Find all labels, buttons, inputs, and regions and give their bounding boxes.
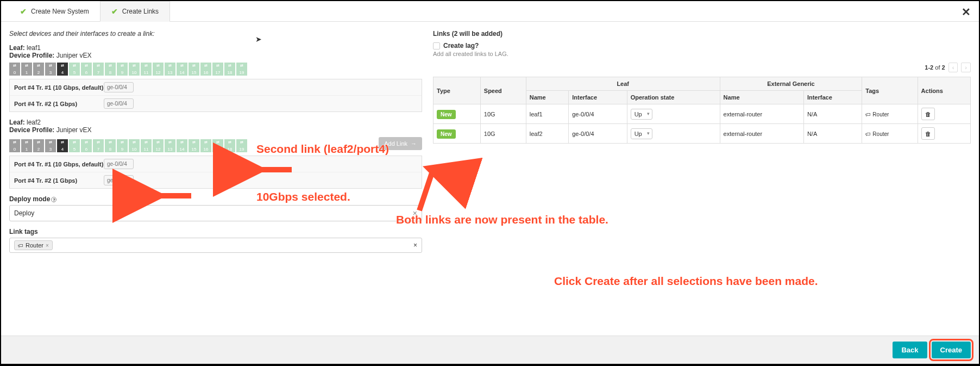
- tab-create-links[interactable]: ✔ Create Links: [100, 1, 170, 22]
- port-7[interactable]: 7: [93, 139, 104, 152]
- port-2[interactable]: 2: [33, 63, 44, 76]
- port-12[interactable]: 12: [153, 139, 164, 152]
- deploy-mode-value: Deploy: [14, 209, 34, 217]
- port-15[interactable]: 15: [189, 139, 199, 152]
- port-4[interactable]: 4: [57, 63, 68, 76]
- port-2[interactable]: 2: [33, 139, 44, 152]
- cell-ext-name: external-router: [720, 104, 803, 124]
- port-11[interactable]: 11: [141, 139, 152, 152]
- port-4[interactable]: 4: [57, 139, 68, 152]
- port-1[interactable]: 1: [21, 139, 32, 152]
- interface-input[interactable]: [104, 82, 134, 92]
- port-5[interactable]: 5: [69, 63, 80, 76]
- port-3[interactable]: 3: [45, 63, 56, 76]
- operation-state-select[interactable]: Up: [631, 128, 652, 139]
- clear-icon[interactable]: ×: [413, 241, 417, 249]
- instruction-text: Select devices and their interfaces to c…: [9, 30, 422, 38]
- link-tags-input[interactable]: 🏷 Router × ×: [9, 238, 422, 253]
- port-9[interactable]: 9: [117, 139, 128, 152]
- port-19[interactable]: 19: [236, 63, 247, 76]
- links-table: Type Speed Leaf External Generic Tags Ac…: [433, 77, 971, 144]
- port-13[interactable]: 13: [165, 139, 175, 152]
- col-ext-name: Name: [720, 91, 803, 104]
- cell-ext-name: external-router: [720, 124, 803, 144]
- port-14[interactable]: 14: [177, 63, 187, 76]
- remove-tag-icon[interactable]: ×: [46, 243, 49, 249]
- interface-input[interactable]: [104, 98, 134, 109]
- back-button[interactable]: Back: [893, 342, 927, 358]
- tab-create-new-system[interactable]: ✔ Create New System: [9, 1, 100, 21]
- leaf-name: leaf2: [27, 119, 41, 126]
- port-10[interactable]: 10: [129, 63, 140, 76]
- port-18[interactable]: 18: [224, 63, 235, 76]
- port-3[interactable]: 3: [45, 139, 56, 152]
- port-11[interactable]: 11: [141, 63, 152, 76]
- cell-leaf-iface: ge-0/0/4: [569, 124, 627, 144]
- wizard-tabs: ✔ Create New System ✔ Create Links: [1, 1, 979, 22]
- interface-input[interactable]: [104, 159, 134, 169]
- port-15[interactable]: 15: [189, 63, 199, 76]
- port-16[interactable]: 16: [200, 63, 211, 76]
- port-9[interactable]: 9: [117, 63, 128, 76]
- cell-leaf-name: leaf1: [526, 104, 568, 124]
- create-lag-label: Create lag?: [443, 42, 479, 49]
- port-tr-label: Port #4 Tr. #2 (1 Gbps): [14, 177, 104, 184]
- port-13[interactable]: 13: [165, 63, 175, 76]
- table-row: New 10G leaf2 ge-0/0/4 Up external-route…: [434, 124, 971, 144]
- port-5[interactable]: 5: [69, 139, 80, 152]
- port-17[interactable]: 17: [212, 139, 223, 152]
- port-12[interactable]: 12: [153, 63, 164, 76]
- prev-page-button[interactable]: ‹: [948, 63, 958, 72]
- col-leaf-name: Name: [526, 91, 568, 104]
- port-19[interactable]: 19: [236, 139, 247, 152]
- col-op-state: Operation state: [627, 91, 720, 104]
- port-0[interactable]: 0: [9, 63, 20, 76]
- port-tr-label: Port #4 Tr. #1 (10 Gbps, default): [14, 161, 104, 168]
- create-lag-checkbox[interactable]: [433, 42, 440, 49]
- profile-value: Juniper vEX: [56, 126, 92, 134]
- new-badge: New: [437, 129, 456, 139]
- port-6[interactable]: 6: [81, 139, 92, 152]
- profile-key: Device Profile:: [9, 52, 54, 59]
- port-1[interactable]: 1: [21, 63, 32, 76]
- check-icon: ✔: [111, 7, 118, 16]
- cell-ext-iface: N/A: [803, 104, 862, 124]
- port-17[interactable]: 17: [212, 63, 223, 76]
- tag-icon: 🏷: [865, 131, 871, 137]
- add-link-button[interactable]: Add Link →: [379, 137, 422, 150]
- profile-key: Device Profile:: [9, 126, 54, 134]
- col-ext-iface: Interface: [803, 91, 862, 104]
- port-16[interactable]: 16: [200, 139, 211, 152]
- port-14[interactable]: 14: [177, 139, 187, 152]
- port-transformation-row[interactable]: Port #4 Tr. #1 (10 Gbps, default): [10, 79, 422, 96]
- next-page-button[interactable]: ›: [961, 63, 971, 72]
- port-8[interactable]: 8: [105, 139, 116, 152]
- delete-row-button[interactable]: 🗑: [921, 108, 935, 120]
- device-leaf1: Leaf: leaf1 Device Profile: Juniper vEX …: [9, 44, 422, 112]
- port-0[interactable]: 0: [9, 139, 20, 152]
- port-tr-label: Port #4 Tr. #2 (1 Gbps): [14, 101, 104, 107]
- port-18[interactable]: 18: [224, 139, 235, 152]
- col-actions: Actions: [918, 77, 970, 104]
- cell-leaf-name: leaf2: [526, 124, 568, 144]
- close-icon[interactable]: ✕: [962, 5, 971, 18]
- port-transformation-row[interactable]: Port #4 Tr. #2 (1 Gbps): [10, 96, 422, 111]
- deploy-mode-select[interactable]: Deploy ×: [9, 205, 422, 221]
- interface-input[interactable]: [104, 175, 134, 185]
- trash-icon: 🗑: [925, 111, 931, 117]
- port-7[interactable]: 7: [93, 63, 104, 76]
- tab-label: Create New System: [31, 8, 89, 15]
- create-button[interactable]: Create: [932, 342, 971, 358]
- help-icon[interactable]: ?: [51, 197, 56, 202]
- port-transformation-row[interactable]: Port #4 Tr. #2 (1 Gbps): [10, 172, 422, 188]
- port-8[interactable]: 8: [105, 63, 116, 76]
- port-transformation-row[interactable]: Port #4 Tr. #1 (10 Gbps, default): [10, 156, 422, 172]
- lag-hint: Add all created links to LAG.: [433, 51, 971, 57]
- col-external: External Generic: [720, 77, 862, 91]
- operation-state-select[interactable]: Up: [631, 109, 652, 120]
- port-6[interactable]: 6: [81, 63, 92, 76]
- clear-icon[interactable]: ×: [413, 209, 417, 218]
- col-tags: Tags: [862, 77, 918, 104]
- port-10[interactable]: 10: [129, 139, 140, 152]
- delete-row-button[interactable]: 🗑: [921, 127, 935, 140]
